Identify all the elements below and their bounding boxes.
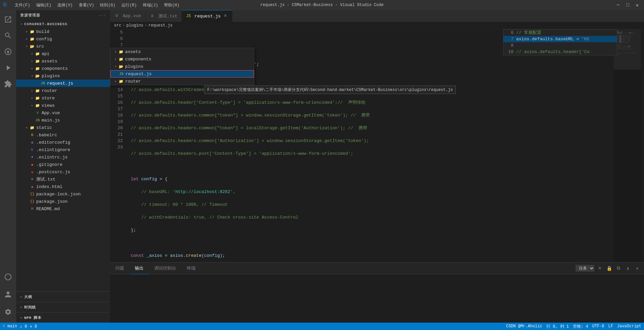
menu-terminal[interactable]: 终端(J) xyxy=(140,2,161,9)
sidebar-more-icon[interactable]: ··· xyxy=(98,13,106,17)
snippet-line-6: 6 // 常规配置 xyxy=(503,30,617,36)
menu-goto[interactable]: 转到(G) xyxy=(97,2,118,9)
sidebar-item-readme[interactable]: M README.md xyxy=(16,205,110,213)
fb-item-components[interactable]: 📁 components xyxy=(110,55,254,63)
npm-arrow xyxy=(19,315,24,320)
status-branch[interactable]: ⑂ main xyxy=(3,324,17,329)
status-eol[interactable]: LF xyxy=(608,324,613,329)
fb-item-requestjs[interactable]: JS request.js xyxy=(110,70,254,78)
folder-icon: 📁 xyxy=(35,103,40,108)
sidebar-item-request-js[interactable]: JS request.js xyxy=(16,80,110,87)
sidebar-item-eslintignore[interactable]: E .eslintignore xyxy=(16,146,110,153)
titlebar-controls: ─ □ ✕ xyxy=(615,2,641,9)
build-label: build xyxy=(36,29,49,34)
menu-help[interactable]: 帮助(H) xyxy=(161,2,182,9)
fb-item-assets[interactable]: 📁 assets xyxy=(110,48,254,55)
tab-request-js[interactable]: JS request.js × xyxy=(182,10,232,22)
sidebar-outline-header[interactable]: 大纲 xyxy=(16,293,110,300)
sidebar-item-api[interactable]: 📁 api xyxy=(16,50,110,57)
panel-tab-problems[interactable]: 问题 xyxy=(110,263,129,274)
tab-close-button[interactable]: × xyxy=(223,13,228,19)
menu-run[interactable]: 运行(R) xyxy=(119,2,140,9)
tab-app-vue[interactable]: V App.vue xyxy=(110,10,146,22)
menu-select[interactable]: 选择(V) xyxy=(55,2,75,9)
sidebar-title: 资源管理器 xyxy=(20,13,40,18)
sidebar-item-babelrc[interactable]: B .babelrc xyxy=(16,131,110,139)
tab-test-txt[interactable]: ≡ 测试.txt xyxy=(146,10,182,22)
sidebar-item-gitignore[interactable]: ◆ .gitignore xyxy=(16,161,110,168)
status-line-col[interactable]: 行 8, 列 1 xyxy=(546,324,569,329)
folder-icon: 📁 xyxy=(35,51,40,56)
sidebar-item-config[interactable]: 📁 config xyxy=(16,35,110,43)
status-errors[interactable]: ✕ 0 xyxy=(30,324,37,329)
sidebar-npm-header[interactable]: NPM 脚本 xyxy=(16,314,110,321)
static-label: static xyxy=(36,125,52,130)
sidebar-item-static[interactable]: 📁 static xyxy=(16,124,110,131)
activity-explorer[interactable] xyxy=(0,11,16,28)
menu-view[interactable]: 查看(V) xyxy=(76,2,97,9)
breadcrumb-src: src xyxy=(114,23,121,28)
sidebar-item-test-txt[interactable]: ≡ 测试.txt xyxy=(16,176,110,183)
code-editor[interactable]: 5 6 7 8 9 10 11 12 13 14 15 16 17 18 19 … xyxy=(110,29,644,262)
sidebar-project-root[interactable]: CSMARKET-BUSINESS xyxy=(16,20,110,28)
sidebar-item-plugins[interactable]: 📂 plugins xyxy=(16,72,110,80)
src-arrow xyxy=(24,44,30,49)
sidebar-timeline-header[interactable]: 时间线 xyxy=(16,303,110,311)
activity-run[interactable] xyxy=(0,60,16,76)
panel-up-icon[interactable]: ∧ xyxy=(624,264,632,272)
sidebar-item-package-lock[interactable]: {} package-lock.json xyxy=(16,190,110,198)
sidebar-item-router[interactable]: 📁 router xyxy=(16,87,110,94)
folder-icon: 📂 xyxy=(30,44,35,49)
panel-tab-debug[interactable]: 调试控制台 xyxy=(149,263,181,274)
activity-account[interactable] xyxy=(0,286,16,302)
sidebar-item-assets[interactable]: 📁 assets xyxy=(16,57,110,65)
vscode-icon: ⎘ xyxy=(3,2,7,8)
eslintrc-label: .eslintrc.js xyxy=(36,155,68,160)
sidebar-item-components[interactable]: 📁 components xyxy=(16,65,110,72)
sidebar-item-src[interactable]: 📂 src xyxy=(16,43,110,50)
activity-search[interactable] xyxy=(0,28,16,44)
window-close[interactable]: ✕ xyxy=(634,2,641,9)
panel-tab-output[interactable]: 输出 xyxy=(129,263,149,274)
panel-list-icon[interactable]: ≡ xyxy=(596,264,604,272)
plugins-label: plugins xyxy=(42,74,60,79)
code-line-18: // timeout: 60 * 1000, // Timeout xyxy=(131,201,614,208)
inline-hover-snippet: 6 // 常规配置 7 axios.defaults.baseURL = 'ht… xyxy=(503,29,617,55)
sidebar-item-build[interactable]: 📁 build xyxy=(16,28,110,35)
folder-icon: 📁 xyxy=(30,29,35,34)
sidebar-item-postcssrc[interactable]: ◆ .postcssrc.js xyxy=(16,168,110,176)
scrollbar-vertical[interactable] xyxy=(641,29,644,262)
panel-copy-icon[interactable]: ⧉ xyxy=(614,264,623,272)
panel-tab-terminal[interactable]: 终端 xyxy=(181,263,201,274)
status-bar: ⑂ main ⚠ 0 ✕ 0 CSDN @Mr.Aholic 行 8, 列 1 … xyxy=(0,323,644,330)
status-encoding[interactable]: UTF-8 xyxy=(592,324,604,329)
activity-git[interactable] xyxy=(0,44,16,60)
sidebar-item-main-js[interactable]: JS main.js xyxy=(16,116,110,124)
tab-txt-icon: ≡ xyxy=(150,13,155,19)
status-language[interactable]: JavaScript xyxy=(617,324,641,329)
window-maximize[interactable]: □ xyxy=(624,2,631,8)
fb-item-plugins[interactable]: 📂 plugins xyxy=(110,63,254,70)
status-warnings[interactable]: ⚠ 0 xyxy=(20,324,27,329)
panel-task-select[interactable]: 任务 xyxy=(576,265,594,272)
sidebar-item-eslintrc[interactable]: ● .eslintrc.js xyxy=(16,153,110,161)
sidebar-item-index-html[interactable]: ◆ index.html xyxy=(16,183,110,190)
status-spaces[interactable]: 空格: 4 xyxy=(573,324,588,329)
window-minimize[interactable]: ─ xyxy=(615,2,622,8)
activity-remote[interactable] xyxy=(0,269,16,285)
sidebar-header: 资源管理器 ··· xyxy=(16,10,110,20)
panel-lock-icon[interactable]: 🔒 xyxy=(605,264,613,272)
postcssrc-icon: ◆ xyxy=(30,169,35,175)
activity-extensions[interactable] xyxy=(0,76,16,92)
sidebar-item-package-json[interactable]: {} package.json xyxy=(16,198,110,205)
sidebar-item-editorconfig[interactable]: ⚙ .editorconfig xyxy=(16,139,110,146)
sidebar-item-views[interactable]: 📁 views xyxy=(16,102,110,109)
sidebar-item-app-vue[interactable]: V App.vue xyxy=(16,109,110,116)
fb-plugins-arrow xyxy=(113,64,118,69)
sidebar-item-store[interactable]: 📁 store xyxy=(16,94,110,102)
menu-file[interactable]: 文件(F) xyxy=(12,2,33,9)
menu-edit[interactable]: 编辑(E) xyxy=(34,2,54,9)
panel-close-icon[interactable]: ✕ xyxy=(633,264,641,272)
activity-settings[interactable] xyxy=(0,304,16,320)
fb-item-router[interactable]: 📁 router xyxy=(110,78,254,85)
